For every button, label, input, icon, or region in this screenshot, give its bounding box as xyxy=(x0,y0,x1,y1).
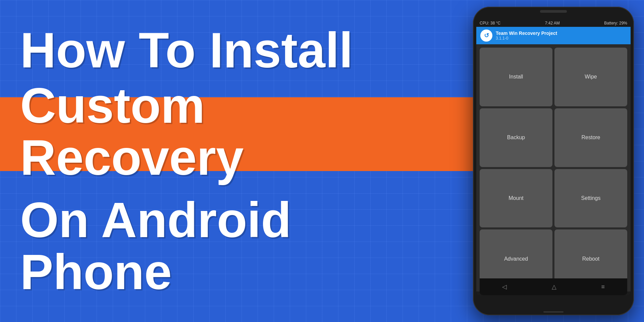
twrp-btn-backup[interactable]: Backup xyxy=(480,108,552,167)
cpu-status: CPU: 38 °C xyxy=(480,21,500,25)
nav-back-icon[interactable]: ◁ xyxy=(502,283,507,290)
phone-speaker xyxy=(540,10,567,13)
twrp-title: Team Win Recovery Project xyxy=(496,31,557,36)
twrp-btn-install[interactable]: Install xyxy=(480,48,552,106)
twrp-version: 3.1.1-0 xyxy=(496,36,557,41)
battery-status: Battery: 29% xyxy=(604,21,627,25)
phone-screen: CPU: 38 °C 7:42 AM Battery: 29% ↺ Team W… xyxy=(476,19,631,295)
twrp-header: ↺ Team Win Recovery Project 3.1.1-0 xyxy=(476,27,631,44)
phone-bottom-indicator xyxy=(543,311,564,313)
nav-home-icon[interactable]: △ xyxy=(552,283,556,290)
phone-outer: CPU: 38 °C 7:42 AM Battery: 29% ↺ Team W… xyxy=(473,7,634,315)
nav-menu-icon[interactable]: ≡ xyxy=(601,283,605,290)
title-line2: Custom Recovery xyxy=(20,79,402,184)
twrp-btn-wipe[interactable]: Wipe xyxy=(554,48,627,106)
phone-mockup: CPU: 38 °C 7:42 AM Battery: 29% ↺ Team W… xyxy=(473,7,634,315)
twrp-btn-restore[interactable]: Restore xyxy=(554,108,627,167)
title-line3-4: On Android Phone xyxy=(20,194,402,298)
left-content: How To Install Custom Recovery On Androi… xyxy=(20,0,402,322)
title-line3: On Android xyxy=(20,194,402,246)
twrp-statusbar: CPU: 38 °C 7:42 AM Battery: 29% xyxy=(476,19,631,27)
time-status: 7:42 AM xyxy=(545,21,560,25)
twrp-title-block: Team Win Recovery Project 3.1.1-0 xyxy=(496,31,557,41)
phone-nav-bar: ◁ △ ≡ xyxy=(480,278,627,295)
twrp-button-grid: Install Wipe Backup Restore Mount Settin… xyxy=(476,44,631,291)
twrp-logo-icon: ↺ xyxy=(480,30,492,42)
title-line1: How To Install xyxy=(20,24,402,76)
twrp-btn-mount[interactable]: Mount xyxy=(480,169,552,228)
title-line4: Phone xyxy=(20,246,402,298)
twrp-btn-settings[interactable]: Settings xyxy=(554,169,627,228)
